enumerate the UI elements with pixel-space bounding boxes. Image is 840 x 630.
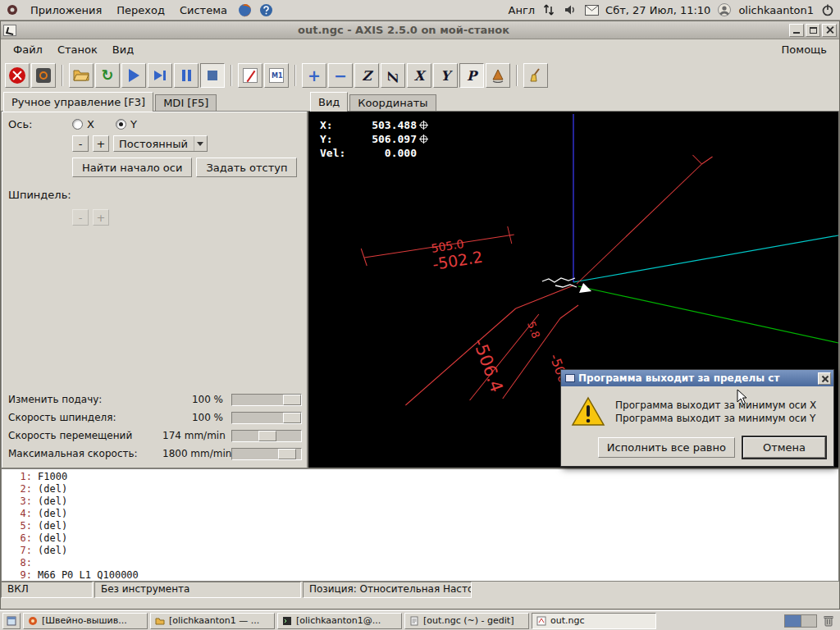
menu-applications[interactable]: Приложения xyxy=(26,2,106,18)
max-velocity-value: 1800 mm/min xyxy=(162,448,231,459)
spindle-minus-button[interactable]: - xyxy=(72,209,89,226)
menu-places[interactable]: Переход xyxy=(112,2,169,18)
minimize-button[interactable] xyxy=(789,24,804,37)
firefox-icon[interactable] xyxy=(238,2,253,17)
taskbar-item-axis[interactable]: out.ngc xyxy=(532,613,656,629)
run-step-button[interactable] xyxy=(148,63,172,88)
view-top-rotated-button[interactable]: Z xyxy=(381,63,405,88)
axis-y-radio[interactable]: Y xyxy=(116,118,137,130)
window-list-button[interactable] xyxy=(2,613,21,629)
gcode-line: 2:(del) xyxy=(2,483,838,495)
trash-applet[interactable] xyxy=(819,613,838,629)
slider-handle[interactable] xyxy=(258,431,276,441)
optional-pause-button[interactable]: M1 xyxy=(264,63,289,88)
close-button[interactable] xyxy=(822,24,837,37)
menu-view[interactable]: Вид xyxy=(105,41,141,58)
run-anyway-button[interactable]: Исполнить все равно xyxy=(598,437,735,458)
gcode-line: 6:(del) xyxy=(2,532,838,545)
dialog-message: Программа выходит за минимум оси X Прогр… xyxy=(615,399,816,425)
skip-lines-button[interactable] xyxy=(238,63,262,88)
window-list-icon xyxy=(7,616,16,626)
workspace-2[interactable] xyxy=(801,615,816,627)
username[interactable]: olichkaanton1 xyxy=(738,4,814,16)
distro-menu-icon[interactable] xyxy=(5,2,20,17)
manual-control-body: Ось: X Y - + xyxy=(1,111,308,468)
estop-button[interactable] xyxy=(5,63,30,88)
stop-button[interactable] xyxy=(200,63,225,88)
view-top-button[interactable]: Z xyxy=(354,63,379,88)
menu-system[interactable]: Система xyxy=(176,2,231,18)
taskbar-item-gedit[interactable]: [out.ngc (~) - gedit] xyxy=(404,613,529,629)
taskbar-item-files[interactable]: [olichkaanton1 — ... xyxy=(150,613,275,629)
set-offset-button[interactable]: Задать отступ xyxy=(196,158,297,177)
workspace-switcher[interactable] xyxy=(784,614,817,628)
tab-manual-control[interactable]: Ручное управление [F3] xyxy=(3,92,153,112)
taskbar-item-terminal[interactable]: [olichkaanton1@... xyxy=(277,613,402,629)
jog-speed-label: Скорость перемещений xyxy=(8,430,162,441)
clear-plot-button[interactable] xyxy=(523,63,548,88)
jog-minus-button[interactable]: - xyxy=(72,135,89,152)
menu-machine[interactable]: Станок xyxy=(50,41,105,58)
tab-preview[interactable]: Вид xyxy=(310,92,348,112)
chevron-down-icon xyxy=(197,142,203,146)
power-icon[interactable] xyxy=(820,2,835,17)
cancel-button[interactable]: Отмена xyxy=(743,437,825,458)
clock[interactable]: Сбт, 27 Июл, 11:10 xyxy=(605,4,710,16)
line-number: 7: xyxy=(2,545,38,557)
task-label: [out.ngc (~) - gedit] xyxy=(423,615,514,626)
zoom-out-button[interactable]: − xyxy=(328,63,353,88)
menu-help[interactable]: Помощь xyxy=(774,41,834,58)
max-velocity-slider[interactable] xyxy=(231,448,302,460)
keyboard-switch-icon[interactable] xyxy=(541,2,556,17)
slider-handle[interactable] xyxy=(278,449,296,459)
maximize-button[interactable] xyxy=(806,24,820,37)
taskbar-item-sewing[interactable]: [Швейно-вышив... xyxy=(23,613,148,629)
dialog-titlebar[interactable]: Программа выходит за пределы ст xyxy=(561,370,833,386)
jog-plus-button[interactable]: + xyxy=(93,135,109,152)
axis-app-icon xyxy=(3,25,16,36)
line-text: (del) xyxy=(38,483,67,495)
volume-icon[interactable] xyxy=(563,2,578,17)
axis-x-radio[interactable]: X xyxy=(72,118,94,130)
dialog-close-button[interactable] xyxy=(818,372,831,385)
slider-handle[interactable] xyxy=(283,413,301,423)
mail-icon[interactable] xyxy=(584,2,599,17)
line-number: 4: xyxy=(2,508,38,520)
homed-icon xyxy=(419,135,428,144)
menubar: Файл Станок Вид Помощь xyxy=(1,39,839,60)
pause-button[interactable] xyxy=(174,63,199,88)
rotate-view-button[interactable] xyxy=(486,63,510,88)
workspace-1[interactable] xyxy=(785,615,801,627)
jog-speed-slider[interactable] xyxy=(231,430,302,442)
window-titlebar[interactable]: out.ngc - AXIS 2.5.0 on мой-станок xyxy=(1,21,839,39)
help-icon[interactable] xyxy=(259,2,274,17)
spindle-override-slider[interactable] xyxy=(231,412,302,424)
homed-icon xyxy=(419,121,428,130)
menu-file[interactable]: Файл xyxy=(6,41,50,58)
zoom-in-button[interactable]: + xyxy=(302,63,326,88)
view-z-rotated-icon: Z xyxy=(386,71,401,80)
tab-mdi[interactable]: MDI [F5] xyxy=(155,94,217,111)
machine-power-button[interactable] xyxy=(31,63,56,88)
home-axis-button[interactable]: Найти начало оси xyxy=(72,158,192,177)
feed-override-slider[interactable] xyxy=(231,394,302,406)
dialog-message-line1: Программа выходит за минимум оси X xyxy=(615,399,816,412)
gcode-listing[interactable]: 1:F1000 2:(del) 3:(del) 4:(del) 5:(del) … xyxy=(1,468,839,582)
view-front-button[interactable]: Y xyxy=(433,63,458,88)
view-side-button[interactable]: X xyxy=(407,63,431,88)
run-button[interactable] xyxy=(121,63,146,88)
keyboard-layout-indicator[interactable]: Англ xyxy=(509,4,536,16)
view-perspective-button[interactable]: P xyxy=(459,63,484,88)
dimension-text: 5.8 xyxy=(525,320,542,340)
tab-dro[interactable]: Координаты xyxy=(349,94,436,111)
broom-icon xyxy=(528,68,543,83)
slider-handle[interactable] xyxy=(283,395,301,405)
radio-checked-icon xyxy=(116,119,126,130)
gcode-line: 8: xyxy=(2,557,838,569)
spindle-plus-button[interactable]: + xyxy=(93,209,109,226)
jog-mode-dropdown[interactable]: Постоянный xyxy=(113,135,208,152)
run-icon xyxy=(129,69,139,82)
open-file-button[interactable] xyxy=(69,63,94,88)
feed-override-label: Изменить подачу: xyxy=(8,394,162,405)
reload-button[interactable]: ↻ xyxy=(95,63,120,88)
